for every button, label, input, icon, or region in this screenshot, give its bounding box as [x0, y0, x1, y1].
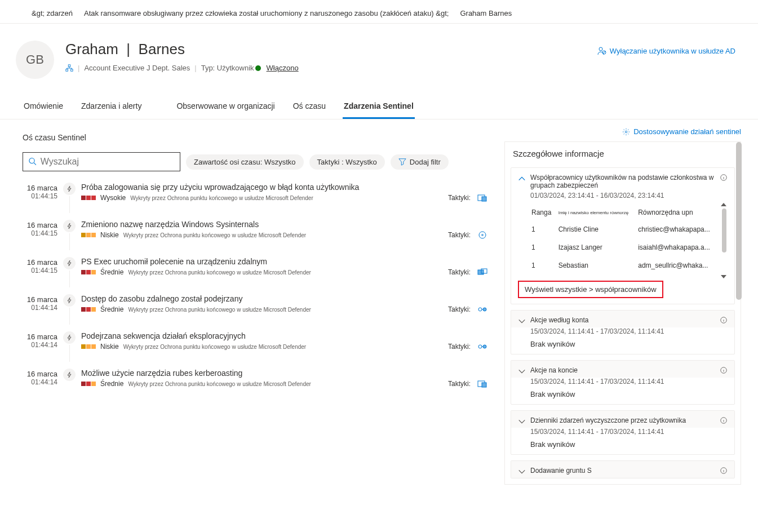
insight-daterange: 15/03/2024, 11:14:41 - 17/03/2024, 11:14… [511, 428, 734, 438]
bolt-icon [63, 183, 76, 195]
event-title: PS Exec uruchomił polecenie na urządzeni… [81, 257, 487, 266]
insight-title: Dodawanie gruntu S [530, 467, 715, 475]
page-title: Graham | Barnes [65, 41, 299, 58]
bolt-icon [63, 369, 76, 381]
insight-body: Brak wyników [511, 438, 734, 454]
bolt-icon [63, 220, 76, 232]
svg-point-5 [29, 158, 34, 163]
severity-label: Średnie [100, 268, 123, 276]
svg-rect-0 [68, 64, 70, 66]
detected-by: Wykryty przez Ochrona punktu końcowego w… [128, 381, 311, 387]
svg-rect-1 [66, 69, 68, 71]
disable-user-button[interactable]: Wyłączanie użytkownika w usłudze AD [597, 41, 735, 55]
tab-sentinel[interactable]: Zdarzenia Sentinel [343, 96, 415, 119]
chevron-up-icon[interactable] [518, 175, 526, 183]
tab-overview[interactable]: Omówienie [23, 96, 64, 119]
severity-indicator [81, 382, 96, 386]
svg-rect-2 [71, 69, 73, 71]
filter-tactics[interactable]: Taktyki : Wszystko [309, 154, 385, 170]
bolt-icon [63, 257, 76, 269]
timeline-item[interactable]: 16 marca01:44:14 Dostęp do zasobu zdalne… [23, 294, 487, 325]
chevron-down-icon[interactable] [518, 418, 526, 425]
detected-by: Wykryty przez Ochrona punktu końcowego w… [128, 307, 311, 313]
search-field[interactable] [41, 157, 174, 167]
insight-title: Dzienniki zdarzeń wyczyszczone przez uży… [530, 416, 715, 424]
tactics-icon [477, 268, 487, 276]
chevron-down-icon[interactable] [518, 468, 526, 476]
tactics-icon [477, 231, 487, 239]
detected-by: Wykryty przez Ochrona punktu końcowego w… [123, 344, 307, 350]
info-icon[interactable] [720, 467, 728, 475]
event-title: Próba zalogowania się przy użyciu wprowa… [81, 183, 487, 192]
tactics-label: Taktyki: [448, 268, 471, 276]
view-all-peers-link[interactable]: Wyświetl wszystkie > współpracowników [518, 281, 663, 298]
svg-rect-7 [482, 197, 486, 201]
cell-upn: christiec@whakapapa... [636, 221, 716, 238]
tab-timeline[interactable]: Oś czasu [292, 96, 327, 119]
cell-rank: 1 [529, 221, 555, 238]
search-icon [29, 157, 37, 166]
info-icon[interactable] [720, 366, 728, 374]
enabled-link[interactable]: Włączono [267, 64, 299, 72]
scrollbar[interactable] [722, 209, 726, 252]
event-time: 16 marca01:44:15 [23, 183, 57, 213]
search-input[interactable] [23, 152, 180, 171]
event-time: 16 marca01:44:15 [23, 257, 57, 287]
svg-point-18 [625, 131, 627, 133]
section-title: Oś czasu Sentinel [23, 133, 487, 142]
svg-point-9 [481, 234, 484, 236]
table-row[interactable]: 1 Izajasz Langer isaiahl@whakapapa.a... [529, 239, 716, 256]
scrollbar[interactable] [736, 142, 742, 300]
org-icon [65, 64, 73, 72]
insight-card: Dodawanie gruntu S [511, 460, 735, 478]
insight-body: Brak wyników [511, 388, 734, 404]
insight-card: Dzienniki zdarzeń wyczyszczone przez uży… [511, 410, 735, 455]
table-row[interactable]: 1 Christie Cline christiec@whakapapa... [529, 221, 716, 238]
event-title: Zmieniono nazwę narzędzia Windows Sysint… [81, 220, 487, 229]
add-filter-button[interactable]: Dodaj filtr [391, 154, 449, 170]
cell-name: Izajasz Langer [556, 239, 635, 256]
timeline-item[interactable]: 16 marca01:44:14 Podejrzana sekwencja dz… [23, 331, 487, 362]
filter-content[interactable]: Zawartość osi czasu: Wszystko [186, 154, 304, 170]
severity-indicator [81, 307, 96, 312]
tab-observed[interactable]: Obserwowane w organizacji [175, 96, 276, 119]
event-title: Możliwe użycie narzędzia rubes kerberoas… [81, 369, 487, 378]
info-icon[interactable] [720, 316, 728, 324]
tab-incidents[interactable]: Zdarzenia i alerty [80, 96, 143, 119]
event-time: 16 marca01:44:14 [23, 331, 57, 362]
insight-card-peers: Współpracownicy użytkowników na podstawi… [511, 167, 735, 304]
breadcrumb-item[interactable]: &gt; zdarzeń [32, 9, 73, 17]
breadcrumb-item[interactable]: Atak ransomware obsługiwany przez człowi… [84, 9, 449, 17]
timeline-item[interactable]: 16 marca01:44:15 Zmieniono nazwę narzędz… [23, 220, 487, 250]
col-rank: Ranga [529, 205, 555, 220]
tactics-label: Taktyki: [448, 380, 471, 388]
info-icon[interactable] [720, 174, 728, 181]
chevron-down-icon[interactable] [518, 367, 526, 375]
scroll-up-icon[interactable] [721, 203, 726, 206]
event-title: Podejrzana sekwencja działań eksploracyj… [81, 331, 487, 340]
tactics-label: Taktyki: [448, 194, 471, 202]
insight-body: Brak wyników [511, 338, 734, 354]
event-time: 16 marca01:44:14 [23, 294, 57, 325]
event-title: Dostęp do zasobu zdalnego został podejrz… [81, 294, 487, 303]
cell-name: Christie Cline [556, 221, 635, 238]
table-row[interactable]: 1 Sebastian adm_seullric@whaka... [529, 257, 716, 274]
insight-daterange: 15/03/2024, 11:14:41 - 17/03/2024, 11:14… [511, 327, 734, 338]
event-time: 16 marca01:44:15 [23, 220, 57, 250]
chevron-down-icon[interactable] [518, 317, 526, 325]
tactics-icon [477, 194, 487, 202]
severity-indicator [81, 344, 96, 349]
timeline-item[interactable]: 16 marca01:44:15 Próba zalogowania się p… [23, 183, 487, 213]
info-icon[interactable] [720, 416, 728, 424]
severity-indicator [81, 196, 96, 200]
scroll-down-icon[interactable] [721, 275, 726, 278]
insight-daterange: 15/03/2024, 11:14:41 - 17/03/2024, 11:14… [511, 378, 734, 388]
timeline-item[interactable]: 16 marca01:44:15 PS Exec uruchomił polec… [23, 257, 487, 287]
svg-point-14 [478, 345, 482, 348]
severity-label: Niskie [100, 343, 119, 351]
breadcrumb-item[interactable]: Graham Barnes [460, 9, 512, 17]
timeline-item[interactable]: 16 marca01:44:14 Możliwe użycie narzędzi… [23, 369, 487, 388]
user-disable-icon [597, 46, 606, 55]
filter-icon [398, 158, 406, 166]
customize-link[interactable]: Dostosowywanie działań sentinel [504, 127, 741, 136]
